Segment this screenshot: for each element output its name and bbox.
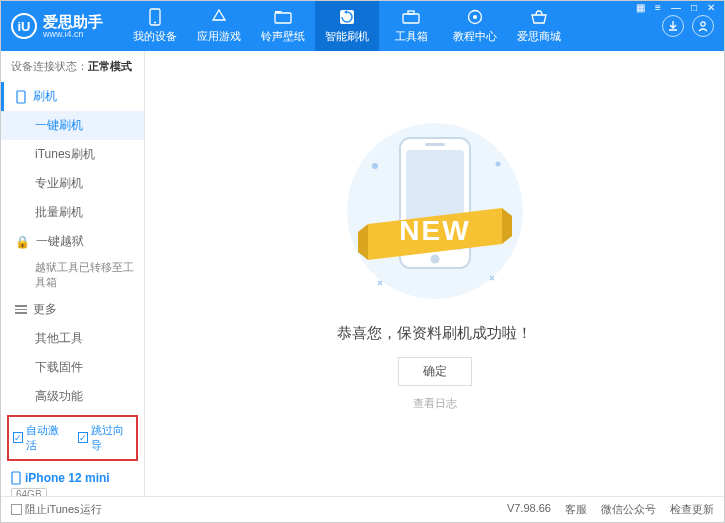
sidebar-item-other[interactable]: 其他工具 — [1, 324, 144, 353]
phone-icon — [146, 8, 164, 26]
nav-label: 教程中心 — [453, 29, 497, 44]
body: 设备连接状态：正常模式 刷机 一键刷机 iTunes刷机 专业刷机 批量刷机 🔒… — [1, 51, 724, 496]
sidebar-group-flash[interactable]: 刷机 — [1, 82, 144, 111]
menu-icon[interactable]: ≡ — [653, 2, 663, 13]
phone-small-icon — [15, 90, 27, 104]
sidebar-group-label: 刷机 — [33, 88, 57, 105]
sidebar-group-label: 更多 — [33, 301, 57, 318]
svg-rect-5 — [408, 11, 414, 14]
app-window: ▦ ≡ — □ ✕ iU 爱思助手 www.i4.cn 我的设备 应用游戏 铃声 — [0, 0, 725, 523]
phone-tiny-icon — [11, 471, 21, 485]
svg-rect-10 — [12, 472, 20, 484]
checkbox-auto-activate[interactable]: ✓ 自动激活 — [13, 423, 68, 453]
sidebar-group-jailbreak[interactable]: 🔒 一键越狱 — [1, 227, 144, 256]
ok-button[interactable]: 确定 — [398, 357, 472, 386]
sidebar-item-firmware[interactable]: 下载固件 — [1, 353, 144, 382]
app-name: 爱思助手 — [43, 14, 103, 29]
sidebar: 设备连接状态：正常模式 刷机 一键刷机 iTunes刷机 专业刷机 批量刷机 🔒… — [1, 51, 145, 496]
header-bar: iU 爱思助手 www.i4.cn 我的设备 应用游戏 铃声壁纸 智能刷机 — [1, 1, 724, 51]
sidebar-item-itunes[interactable]: iTunes刷机 — [1, 140, 144, 169]
device-name: iPhone 12 mini — [11, 471, 134, 485]
success-message: 恭喜您，保资料刷机成功啦！ — [337, 324, 532, 343]
view-log-link[interactable]: 查看日志 — [413, 396, 457, 411]
sidebar-group-more[interactable]: 更多 — [1, 295, 144, 324]
svg-rect-9 — [17, 91, 25, 103]
update-link[interactable]: 检查更新 — [670, 502, 714, 517]
main-content: NEW 恭喜您，保资料刷机成功啦！ 确定 查看日志 — [145, 51, 724, 496]
window-controls: ▦ ≡ — □ ✕ — [634, 2, 717, 13]
checkbox-block-itunes[interactable]: 阻止iTunes运行 — [11, 502, 102, 517]
device-info[interactable]: iPhone 12 mini 64GB Down-12mini-13,1 — [1, 465, 144, 496]
book-icon — [466, 8, 484, 26]
nav-flash[interactable]: 智能刷机 — [315, 1, 379, 51]
logo-icon: iU — [11, 13, 37, 39]
logo[interactable]: iU 爱思助手 www.i4.cn — [11, 13, 103, 39]
store-icon — [530, 8, 548, 26]
user-button[interactable] — [692, 15, 714, 37]
checkbox-icon — [11, 504, 22, 515]
sidebar-group-label: 一键越狱 — [36, 233, 84, 250]
nav-tools[interactable]: 工具箱 — [379, 1, 443, 51]
svg-point-8 — [701, 22, 705, 26]
nav-ringtone[interactable]: 铃声壁纸 — [251, 1, 315, 51]
svg-point-7 — [473, 15, 477, 19]
app-site: www.i4.cn — [43, 29, 103, 39]
nav-label: 铃声壁纸 — [261, 29, 305, 44]
apps-icon — [210, 8, 228, 26]
nav-label: 应用游戏 — [197, 29, 241, 44]
nav-store[interactable]: 爱思商城 — [507, 1, 571, 51]
ribbon-text: NEW — [399, 215, 470, 246]
sidebar-item-advanced[interactable]: 高级功能 — [1, 382, 144, 411]
version-label: V7.98.66 — [507, 502, 551, 517]
footer-right: V7.98.66 客服 微信公众号 检查更新 — [507, 502, 714, 517]
status-label: 设备连接状态： — [11, 60, 88, 72]
refresh-icon — [338, 8, 356, 26]
hamburger-icon — [15, 303, 27, 316]
connection-status: 设备连接状态：正常模式 — [1, 51, 144, 82]
svg-rect-2 — [275, 13, 291, 23]
jailbreak-note: 越狱工具已转移至工具箱 — [1, 256, 144, 295]
nav-label: 我的设备 — [133, 29, 177, 44]
checkbox-icon: ✓ — [13, 432, 23, 443]
nav-apps[interactable]: 应用游戏 — [187, 1, 251, 51]
nav-device[interactable]: 我的设备 — [123, 1, 187, 51]
support-link[interactable]: 客服 — [565, 502, 587, 517]
footer-bar: 阻止iTunes运行 V7.98.66 客服 微信公众号 检查更新 — [1, 496, 724, 522]
success-illustration: NEW — [330, 116, 540, 306]
settings-icon[interactable]: ▦ — [634, 2, 647, 13]
download-button[interactable] — [662, 15, 684, 37]
checkbox-skip-guide[interactable]: ✓ 跳过向导 — [78, 423, 133, 453]
checkbox-icon: ✓ — [78, 432, 88, 443]
sidebar-item-batch[interactable]: 批量刷机 — [1, 198, 144, 227]
options-highlight: ✓ 自动激活 ✓ 跳过向导 — [7, 415, 138, 461]
svg-rect-4 — [403, 14, 419, 23]
wechat-link[interactable]: 微信公众号 — [601, 502, 656, 517]
device-name-text: iPhone 12 mini — [25, 471, 110, 485]
header-actions — [662, 15, 714, 37]
svg-point-16 — [372, 163, 378, 169]
maximize-button[interactable]: □ — [689, 2, 699, 13]
sidebar-item-pro[interactable]: 专业刷机 — [1, 169, 144, 198]
svg-point-17 — [495, 162, 500, 167]
checkbox-label: 跳过向导 — [91, 423, 132, 453]
checkbox-label: 自动激活 — [26, 423, 67, 453]
top-nav: 我的设备 应用游戏 铃声壁纸 智能刷机 工具箱 教程中心 — [123, 1, 662, 51]
device-capacity: 64GB — [11, 488, 47, 496]
svg-rect-15 — [425, 143, 445, 146]
sidebar-item-oneclick[interactable]: 一键刷机 — [1, 111, 144, 140]
checkbox-label: 阻止iTunes运行 — [25, 502, 102, 517]
nav-label: 智能刷机 — [325, 29, 369, 44]
nav-label: 爱思商城 — [517, 29, 561, 44]
close-button[interactable]: ✕ — [705, 2, 717, 13]
minimize-button[interactable]: — — [669, 2, 683, 13]
nav-tutorial[interactable]: 教程中心 — [443, 1, 507, 51]
lock-icon: 🔒 — [15, 235, 30, 249]
nav-label: 工具箱 — [395, 29, 428, 44]
svg-point-1 — [154, 22, 156, 24]
folder-icon — [274, 8, 292, 26]
svg-point-14 — [430, 255, 439, 264]
status-value: 正常模式 — [88, 60, 132, 72]
toolbox-icon — [402, 8, 420, 26]
